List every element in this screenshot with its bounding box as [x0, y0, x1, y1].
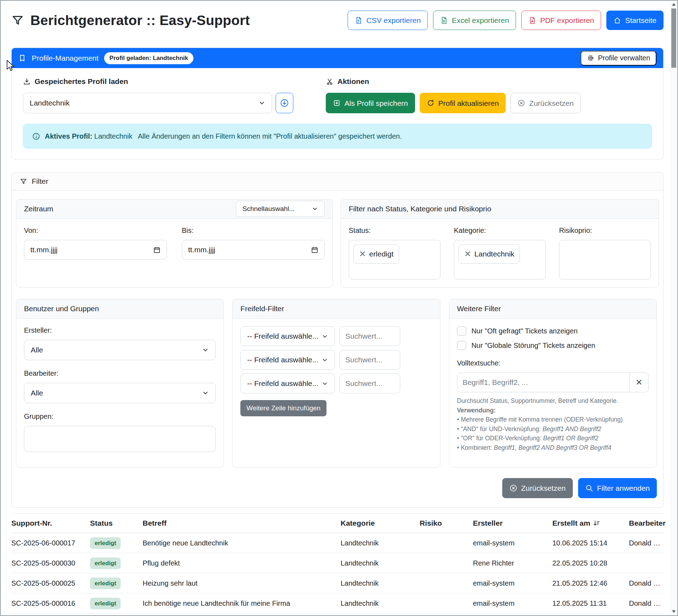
apply-filter-button[interactable]: Filter anwenden: [578, 478, 657, 498]
save-as-profile-label: Als Profil speichern: [344, 99, 408, 107]
volltext-clear-button[interactable]: ✕: [630, 373, 649, 392]
cell-status: erledigt: [90, 573, 143, 593]
excel-export-button[interactable]: Excel exportieren: [433, 11, 516, 30]
download-icon: [23, 78, 31, 85]
profile-management-body: Gespeichertes Profil laden Landtechnik: [12, 68, 663, 159]
profile-select[interactable]: Landtechnik: [23, 93, 272, 113]
bis-label: Bis:: [182, 227, 325, 235]
table-row[interactable]: SC-2025-05-000030erledigtPflug defektLan…: [11, 553, 664, 573]
kategorie-multiselect[interactable]: ✕ Landtechnik: [454, 240, 546, 279]
column-risiko[interactable]: Risiko: [420, 514, 473, 533]
column-support-nr[interactable]: Support-Nr.: [11, 514, 90, 533]
profile-load-label: Gespeichertes Profil laden: [23, 77, 326, 86]
freifeld-row-1: -- Freifeld auswähle...: [240, 326, 432, 346]
oft-gefragt-checkbox[interactable]: [457, 326, 466, 336]
profile-reset-button[interactable]: Zurücksetzen: [510, 93, 581, 113]
active-profile-hint: Alle Änderungen an den Filtern können mi…: [138, 132, 402, 140]
cell-erstellt-am: 12.05.2025 09:11: [552, 614, 629, 616]
risikoprio-multiselect[interactable]: [559, 240, 651, 279]
chip-remove-icon[interactable]: ✕: [464, 250, 471, 258]
freifeld-title: Freifeld-Filter: [240, 304, 284, 313]
cell-kategorie: Landtechnik: [341, 614, 420, 616]
load-profile-button[interactable]: [276, 93, 293, 113]
benutzer-gruppen-panel: Benutzer und Gruppen Ersteller: Alle Bea…: [16, 299, 224, 467]
von-date-input[interactable]: tt.mm.jjjj: [24, 240, 167, 260]
freifeld-search-input-2[interactable]: [340, 350, 400, 370]
csv-export-label: CSV exportieren: [366, 17, 421, 24]
bis-date-input[interactable]: tt.mm.jjjj: [182, 240, 325, 260]
benutzer-panel-header: Benutzer und Gruppen: [16, 299, 223, 319]
ersteller-select[interactable]: Alle: [24, 340, 216, 360]
table-row[interactable]: SC-2025-05-000011erledigtHeizung sehr la…: [11, 614, 664, 616]
freifeld-select-value: -- Freifeld auswähle...: [247, 356, 318, 364]
cell-support-nr: SC-2025-05-000030: [11, 553, 90, 573]
freifeld-select-value: -- Freifeld auswähle...: [247, 379, 318, 388]
csv-export-button[interactable]: CSV exportieren: [348, 11, 428, 30]
volltextsuche-input[interactable]: [457, 373, 630, 392]
freifeld-search-input-1[interactable]: [340, 326, 400, 346]
kategorie-chip-landtechnik[interactable]: ✕ Landtechnik: [458, 244, 520, 264]
kategorie-label: Kategorie:: [454, 227, 546, 235]
gruppen-multiselect[interactable]: [24, 426, 216, 452]
scrollbar-thumb[interactable]: [671, 8, 676, 68]
freifeld-search-input-3[interactable]: [340, 374, 400, 393]
save-as-profile-button[interactable]: Als Profil speichern: [326, 93, 415, 113]
freifeld-filter-panel: Freifeld-Filter -- Freifeld auswähle...: [232, 299, 440, 467]
chip-remove-icon[interactable]: ✕: [359, 250, 366, 258]
update-profile-button[interactable]: Profil aktualisieren: [420, 93, 506, 113]
cell-status: erledigt: [90, 533, 143, 553]
filter-card-body: Zeitraum Schnellauswahl... Von: tt.mm.jj…: [12, 191, 663, 507]
quick-select[interactable]: Schnellauswahl...: [236, 201, 325, 217]
berichtgenerator-page: { "page": { "title": "Berichtgenerator :…: [0, 0, 678, 616]
scissors-icon: [326, 78, 334, 85]
column-bearbeiter[interactable]: Bearbeiter: [629, 514, 664, 533]
filter-reset-button[interactable]: Zurücksetzen: [502, 478, 573, 498]
freifeld-select-2[interactable]: -- Freifeld auswähle...: [240, 350, 335, 370]
status-chip-label: erledigt: [369, 250, 394, 258]
profile-reset-label: Zurücksetzen: [529, 99, 574, 107]
profile-management-card: Profile-Management Profil geladen: Landt…: [11, 48, 664, 159]
scrollbar-down-button[interactable]: [671, 609, 677, 615]
column-status[interactable]: Status: [90, 514, 143, 533]
freifeld-select-1[interactable]: -- Freifeld auswähle...: [240, 326, 335, 346]
info-circle-icon: [32, 132, 40, 140]
erstellt-am-label: Erstellt am: [552, 519, 590, 527]
globale-stoerung-checkbox[interactable]: [457, 341, 466, 350]
zeitraum-panel-header: Zeitraum Schnellauswahl...: [16, 199, 332, 219]
chevron-down-icon: [322, 357, 328, 363]
cell-erstellt-am: 22.05.2025 10:28: [552, 553, 629, 573]
cell-kategorie: Landtechnik: [341, 573, 420, 593]
column-betreff[interactable]: Betreff: [143, 514, 341, 533]
cell-status: erledigt: [90, 614, 143, 616]
freifeld-select-3[interactable]: -- Freifeld auswähle...: [240, 374, 335, 393]
cell-bearbeiter: Donald D...: [629, 614, 664, 616]
home-icon: [613, 17, 621, 24]
volltext-help: Durchsucht Status, Supportnummer, Betref…: [457, 396, 649, 453]
apply-filter-label: Filter anwenden: [597, 484, 650, 492]
profile-load-label-text: Gespeichertes Profil laden: [35, 77, 128, 86]
manage-profiles-button[interactable]: Profile verwalten: [581, 51, 656, 66]
column-kategorie[interactable]: Kategorie: [341, 514, 420, 533]
main-content: Berichtgenerator :: Easy-Support CSV exp…: [1, 1, 671, 615]
cell-bearbeiter: Donald D...: [629, 533, 664, 553]
pdf-export-button[interactable]: PDF exportieren: [521, 11, 601, 30]
table-row[interactable]: SC-2025-06-000017erledigtBenötige neue L…: [11, 533, 664, 553]
profile-load-column: Gespeichertes Profil laden Landtechnik: [23, 77, 326, 113]
pdf-export-label: PDF exportieren: [540, 17, 594, 24]
status-chip-erledigt[interactable]: ✕ erledigt: [353, 244, 399, 264]
table-row[interactable]: SC-2025-05-000025erledigtHeizung sehr la…: [11, 573, 664, 593]
column-erstellt-am[interactable]: Erstellt am: [552, 514, 629, 533]
bearbeiter-select[interactable]: Alle: [24, 383, 216, 403]
cell-support-nr: SC-2025-05-000016: [11, 593, 90, 614]
calendar-icon: [311, 246, 318, 254]
cell-erstellt-am: 10.06.2025 15:14: [552, 533, 629, 553]
manage-profiles-label: Profile verwalten: [598, 54, 650, 62]
column-ersteller[interactable]: Ersteller: [473, 514, 552, 533]
add-freifeld-row-button[interactable]: Weitere Zeile hinzufügen: [240, 400, 326, 416]
zeitraum-title: Zeitraum: [24, 205, 53, 213]
cell-bearbeiter: [629, 553, 664, 573]
status-multiselect[interactable]: ✕ erledigt: [349, 240, 440, 279]
scrollbar-up-button[interactable]: [671, 1, 677, 7]
table-row[interactable]: SC-2025-05-000016erledigtIch benötige ne…: [11, 593, 664, 614]
home-button[interactable]: Startseite: [606, 11, 664, 30]
